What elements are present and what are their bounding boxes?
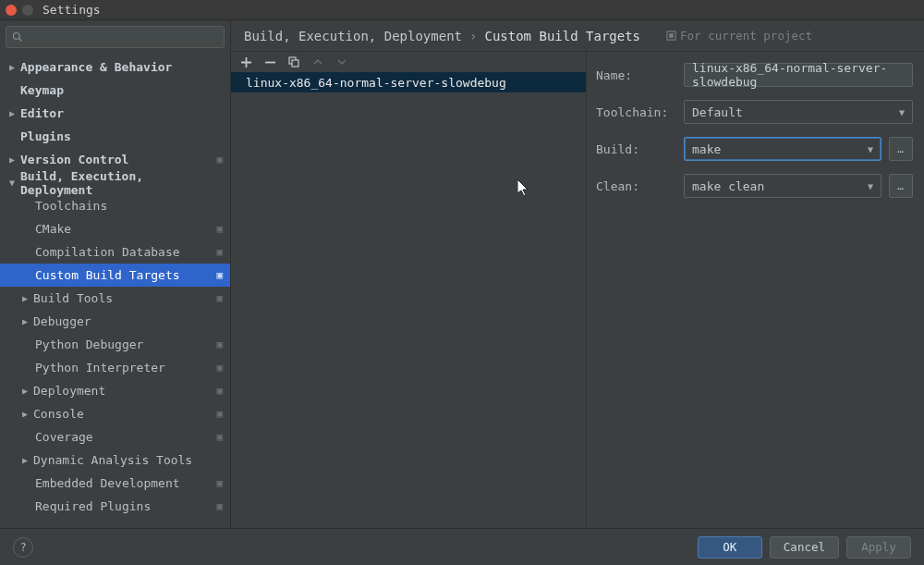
tree-item-label: Keymap xyxy=(20,83,64,97)
build-label: Build: xyxy=(596,142,684,156)
tree-item-label: Dynamic Analysis Tools xyxy=(33,453,192,467)
clean-edit-button[interactable]: … xyxy=(889,174,913,198)
list-toolbar xyxy=(231,52,586,72)
tree-item-label: Toolchains xyxy=(35,199,107,213)
dialog-button-bar: ? OK Cancel Apply xyxy=(0,528,924,565)
tree-item[interactable]: ▶Editor xyxy=(0,102,230,125)
svg-rect-3 xyxy=(669,33,674,38)
clean-label: Clean: xyxy=(596,179,684,193)
tree-item[interactable]: Custom Build Targets▣ xyxy=(0,264,230,287)
tree-item[interactable]: ▶Appearance & Behavior xyxy=(0,55,230,79)
chevron-right-icon[interactable]: ▶ xyxy=(20,316,30,326)
search-input[interactable] xyxy=(27,31,218,43)
chevron-down-icon xyxy=(337,57,346,67)
chevron-up-icon xyxy=(313,57,322,67)
targets-list: linux-x86_64-normal-server-slowdebug xyxy=(231,72,586,528)
project-scope-icon: ▣ xyxy=(216,431,223,443)
tree-item[interactable]: ▼Build, Execution, Deployment xyxy=(0,171,230,194)
settings-tree: ▶Appearance & BehaviorKeymap▶EditorPlugi… xyxy=(0,55,230,528)
tree-item[interactable]: Required Plugins▣ xyxy=(0,495,230,518)
build-edit-button[interactable]: … xyxy=(889,137,913,161)
tree-item[interactable]: ▶Console▣ xyxy=(0,402,230,425)
plus-icon xyxy=(241,57,251,68)
breadcrumb-segment[interactable]: Build, Execution, Deployment xyxy=(244,29,462,43)
chevron-right-icon[interactable]: ▶ xyxy=(20,293,30,303)
tree-item-label: Required Plugins xyxy=(35,499,151,513)
target-form: Name: linux-x86_64-normal-server-slowdeb… xyxy=(587,52,924,528)
breadcrumb-segment: Custom Build Targets xyxy=(484,29,640,43)
tree-item-label: Custom Build Targets xyxy=(35,268,180,282)
project-scope-icon: ▣ xyxy=(216,246,223,258)
window-minimize-button[interactable] xyxy=(22,5,33,16)
project-scope-icon: ▣ xyxy=(216,385,223,397)
tree-item[interactable]: Python Debugger▣ xyxy=(0,333,230,356)
window-title: Settings xyxy=(43,3,101,17)
chevron-down-icon[interactable]: ▼ xyxy=(7,178,17,188)
tree-item-label: Coverage xyxy=(35,430,93,444)
tree-item-label: Appearance & Behavior xyxy=(20,60,172,74)
chevron-right-icon[interactable]: ▶ xyxy=(20,455,30,465)
window-close-button[interactable] xyxy=(6,5,17,16)
svg-point-0 xyxy=(14,33,20,40)
project-scope-icon: ▣ xyxy=(216,408,223,420)
move-down-button xyxy=(334,55,349,69)
tree-item[interactable]: Keymap xyxy=(0,79,230,102)
tree-item-label: Debugger xyxy=(33,314,91,328)
build-combo[interactable]: make ▼ xyxy=(684,137,881,161)
help-button[interactable]: ? xyxy=(13,537,33,558)
chevron-right-icon[interactable]: ▶ xyxy=(20,409,30,419)
tree-item[interactable]: ▶Build Tools▣ xyxy=(0,287,230,310)
tree-item[interactable]: ▶Version Control▣ xyxy=(0,148,230,171)
move-up-button xyxy=(310,55,325,69)
project-scope-icon xyxy=(666,31,676,41)
clean-combo[interactable]: make clean ▼ xyxy=(684,174,881,198)
tree-item-label: Editor xyxy=(20,106,64,120)
chevron-down-icon: ▼ xyxy=(868,181,873,191)
project-scope-icon: ▣ xyxy=(216,500,223,512)
tree-item[interactable]: Toolchains xyxy=(0,194,230,217)
search-icon xyxy=(12,31,23,43)
add-target-button[interactable] xyxy=(238,55,253,69)
chevron-right-icon[interactable]: ▶ xyxy=(7,62,17,72)
chevron-down-icon: ▼ xyxy=(899,107,905,117)
list-item[interactable]: linux-x86_64-normal-server-slowdebug xyxy=(231,72,586,92)
copy-icon xyxy=(288,56,299,68)
tree-item-label: Compilation Database xyxy=(35,245,180,259)
project-scope-icon: ▣ xyxy=(216,477,223,489)
name-input[interactable]: linux-x86_64-normal-server-slowdebug xyxy=(684,63,913,87)
project-scope-icon: ▣ xyxy=(216,154,223,166)
tree-item-label: Deployment xyxy=(33,384,105,398)
tree-item[interactable]: Compilation Database▣ xyxy=(0,240,230,264)
ok-button[interactable]: OK xyxy=(698,536,762,559)
tree-item[interactable]: ▶Dynamic Analysis Tools xyxy=(0,448,230,472)
toolchain-combo[interactable]: Default ▼ xyxy=(684,100,913,124)
tree-item[interactable]: Coverage▣ xyxy=(0,425,230,448)
breadcrumb: Build, Execution, Deployment › Custom Bu… xyxy=(231,20,924,52)
tree-item-label: Console xyxy=(33,407,84,421)
chevron-right-icon[interactable]: ▶ xyxy=(7,108,17,118)
tree-item[interactable]: Python Interpreter▣ xyxy=(0,356,230,379)
tree-item-label: Build Tools xyxy=(33,291,113,305)
tree-item[interactable]: ▶Deployment▣ xyxy=(0,379,230,402)
cancel-button[interactable]: Cancel xyxy=(770,536,839,559)
chevron-right-icon[interactable]: ▶ xyxy=(7,154,17,165)
tree-item-label: Plugins xyxy=(20,129,71,143)
tree-item[interactable]: ▶Debugger xyxy=(0,310,230,333)
tree-item-label: Python Interpreter xyxy=(35,361,165,375)
copy-target-button[interactable] xyxy=(286,55,301,69)
tree-item[interactable]: Plugins xyxy=(0,125,230,148)
targets-list-panel: linux-x86_64-normal-server-slowdebug xyxy=(231,52,587,528)
project-scope-icon: ▣ xyxy=(216,223,223,235)
chevron-right-icon[interactable]: ▶ xyxy=(20,386,30,396)
tree-item[interactable]: CMake▣ xyxy=(0,217,230,240)
apply-button[interactable]: Apply xyxy=(846,536,911,559)
svg-rect-5 xyxy=(292,60,298,67)
chevron-down-icon: ▼ xyxy=(868,144,873,154)
tree-item-label: CMake xyxy=(35,222,71,236)
settings-sidebar: ▶Appearance & BehaviorKeymap▶EditorPlugi… xyxy=(0,20,231,528)
tree-item[interactable]: Embedded Development▣ xyxy=(0,472,230,495)
search-field[interactable] xyxy=(6,26,225,48)
project-scope-icon: ▣ xyxy=(216,269,223,281)
project-scope-icon: ▣ xyxy=(216,338,223,350)
remove-target-button[interactable] xyxy=(262,55,277,69)
